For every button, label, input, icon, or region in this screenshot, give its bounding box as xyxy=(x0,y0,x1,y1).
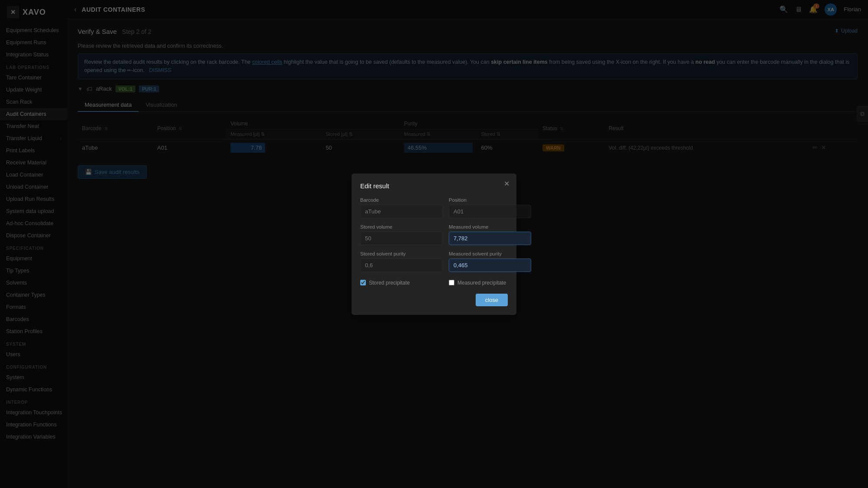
form-group-barcode: Barcode xyxy=(360,197,443,218)
modal-form: Barcode Position Stored volume Measured … xyxy=(360,197,508,286)
modal-close-btn[interactable]: close xyxy=(476,294,508,306)
measured-volume-input[interactable] xyxy=(449,232,531,245)
form-group-measured-vol: Measured volume xyxy=(449,224,531,245)
stored-precipitate-label: Stored precipitate xyxy=(369,280,410,286)
stored-purity-label: Stored solvent purity xyxy=(360,251,443,256)
measured-purity-label: Measured solvent purity xyxy=(449,251,531,256)
measured-precipitate-group: Measured precipitate xyxy=(449,280,531,286)
barcode-label: Barcode xyxy=(360,197,443,203)
edit-result-modal: Edit result ✕ Barcode Position Stored vo… xyxy=(352,174,516,315)
stored-volume-label: Stored volume xyxy=(360,224,443,229)
measured-volume-label: Measured volume xyxy=(449,224,531,229)
position-label: Position xyxy=(449,197,531,203)
modal-close-button[interactable]: ✕ xyxy=(504,180,510,188)
modal-footer: close xyxy=(360,294,508,306)
form-group-measured-pur: Measured solvent purity xyxy=(449,251,531,272)
stored-precipitate-checkbox[interactable] xyxy=(360,280,366,285)
position-input[interactable] xyxy=(449,205,531,218)
measured-precipitate-checkbox[interactable] xyxy=(449,280,454,285)
modal-overlay[interactable]: Edit result ✕ Barcode Position Stored vo… xyxy=(0,0,868,488)
form-group-stored-vol: Stored volume xyxy=(360,224,443,245)
stored-precipitate-group: Stored precipitate xyxy=(360,280,443,286)
measured-precipitate-label: Measured precipitate xyxy=(457,280,506,286)
stored-volume-input[interactable] xyxy=(360,232,443,245)
form-group-position: Position xyxy=(449,197,531,218)
stored-purity-input[interactable] xyxy=(360,259,443,272)
modal-title: Edit result xyxy=(360,182,508,190)
barcode-input[interactable] xyxy=(360,205,443,218)
form-group-stored-pur: Stored solvent purity xyxy=(360,251,443,272)
form-group-stored-precipitate: Stored precipitate xyxy=(360,278,443,286)
form-group-measured-precipitate: Measured precipitate xyxy=(449,278,531,286)
measured-purity-input[interactable] xyxy=(449,259,531,272)
